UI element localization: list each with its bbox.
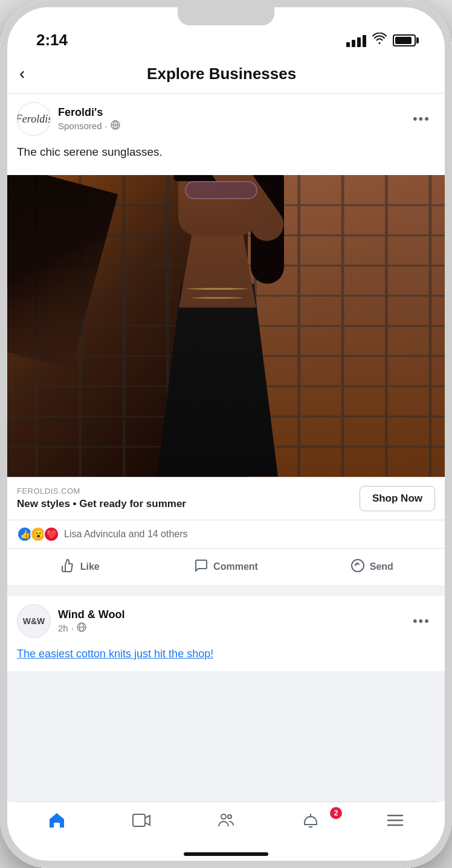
svg-rect-27 <box>133 814 145 826</box>
send-icon <box>350 558 365 575</box>
reaction-emojis: 👍 😮 ❤️ <box>17 526 59 542</box>
back-button[interactable]: ‹ <box>19 64 25 83</box>
post1-header: Feroldis Feroldi's Sponsored · <box>7 94 445 144</box>
comment-label: Comment <box>213 561 258 572</box>
svg-point-29 <box>221 814 226 819</box>
like-icon <box>61 558 76 575</box>
screen: ‹ Explore Businesses Feroldis Feroldi's … <box>7 54 445 840</box>
status-bar-area: 2:14 <box>0 0 452 54</box>
post2-time: 2h <box>58 623 68 633</box>
wifi-icon <box>372 33 387 48</box>
separator: · <box>105 121 108 131</box>
phone-frame: 2:14 <box>0 0 452 868</box>
post2-subtitle: 2h · <box>58 622 408 634</box>
tab-video[interactable] <box>99 808 184 837</box>
notifications-icon <box>301 811 320 834</box>
post1-image <box>7 175 445 477</box>
page-title: Explore Businesses <box>34 65 408 83</box>
post1-meta: Feroldi's Sponsored · <box>58 106 408 132</box>
post2-more-button[interactable]: ••• <box>408 611 435 631</box>
status-bar: 2:14 <box>30 31 422 49</box>
post2-teaser: The easiest cotton knits just hit the sh… <box>7 646 445 671</box>
status-time: 2:14 <box>36 31 68 49</box>
video-icon <box>132 811 151 834</box>
comment-button[interactable]: Comment <box>153 551 299 582</box>
globe-icon <box>111 120 120 132</box>
person-silhouette <box>133 175 302 477</box>
svg-point-30 <box>228 815 231 819</box>
battery-icon <box>393 34 416 46</box>
avatar[interactable]: Feroldis <box>17 102 51 136</box>
signal-icon <box>346 34 366 47</box>
reactions-text: Lisa Advincula and 14 others <box>64 529 188 540</box>
friends-icon <box>216 811 236 834</box>
post2-header: W&W Wind & Wool 2h · <box>7 596 445 646</box>
globe2-icon <box>77 622 86 634</box>
status-icons <box>346 33 416 48</box>
menu-icon <box>386 811 405 834</box>
phone-notch <box>178 7 274 25</box>
cta-domain: FEROLDIS.COM <box>17 487 352 496</box>
shop-now-button[interactable]: Shop Now <box>360 486 435 511</box>
send-label: Send <box>370 561 393 572</box>
home-indicator-area <box>7 840 445 868</box>
love-emoji: ❤️ <box>44 526 59 542</box>
avatar-label: Feroldis <box>17 113 51 126</box>
like-label: Like <box>80 561 100 572</box>
home-indicator <box>184 852 268 856</box>
post1-image-canvas <box>7 175 445 477</box>
post-card-feroldi: Feroldis Feroldi's Sponsored · <box>7 94 445 585</box>
tab-notifications[interactable]: 2 <box>268 808 353 837</box>
reactions-row: 👍 😮 ❤️ Lisa Advincula and 14 others <box>7 520 445 548</box>
notification-badge: 2 <box>330 807 342 819</box>
post1-author[interactable]: Feroldi's <box>58 106 408 119</box>
action-buttons: Like Comment <box>7 548 445 585</box>
cta-headline: New styles • Get ready for summer <box>17 498 352 510</box>
post1-body: The chic serene sunglasses. <box>7 144 445 175</box>
tab-menu[interactable] <box>353 808 437 837</box>
post1-more-button[interactable]: ••• <box>408 109 435 129</box>
nav-header: ‹ Explore Businesses <box>7 54 445 94</box>
separator2: · <box>71 623 74 633</box>
post-card-windwool: W&W Wind & Wool 2h · <box>7 596 445 671</box>
post1-cta: FEROLDIS.COM New styles • Get ready for … <box>7 477 445 520</box>
comment-icon <box>194 558 208 575</box>
like-button[interactable]: Like <box>7 551 153 582</box>
post1-text: The chic serene sunglasses. <box>17 144 435 161</box>
svg-marker-28 <box>145 815 150 825</box>
feed: Feroldis Feroldi's Sponsored · <box>7 94 445 802</box>
sponsored-label: Sponsored <box>58 121 102 131</box>
post2-author[interactable]: Wind & Wool <box>58 608 408 621</box>
post2-meta: Wind & Wool 2h · <box>58 608 408 634</box>
svg-point-23 <box>352 560 364 572</box>
post1-subtitle: Sponsored · <box>58 120 408 132</box>
sunglasses <box>185 181 257 199</box>
tab-friends[interactable] <box>184 808 268 837</box>
cta-left: FEROLDIS.COM New styles • Get ready for … <box>17 487 352 510</box>
feed-divider <box>7 591 445 596</box>
tab-bar: 2 <box>15 802 437 840</box>
post2-avatar[interactable]: W&W <box>17 604 51 638</box>
tab-home[interactable] <box>15 808 99 837</box>
home-icon <box>47 811 66 834</box>
send-button[interactable]: Send <box>299 551 445 582</box>
